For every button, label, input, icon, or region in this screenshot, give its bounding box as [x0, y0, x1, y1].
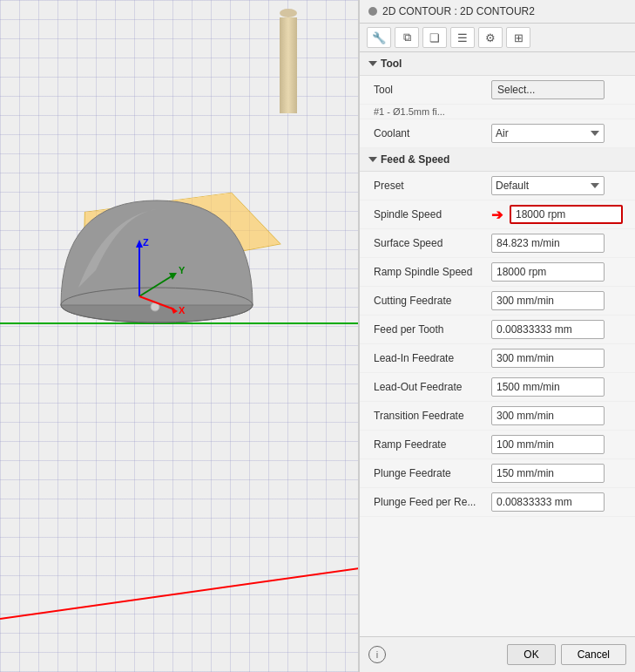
cutting-feedrate-row: Cutting Feedrate — [360, 287, 635, 316]
table-icon[interactable]: ☰ — [450, 27, 475, 48]
lead-in-feedrate-value — [491, 349, 626, 368]
svg-line-9 — [139, 296, 174, 309]
dialog-title: 2D CONTOUR : 2D CONTOUR2 — [382, 5, 535, 17]
ok-button[interactable]: OK — [507, 644, 555, 665]
grid-icon[interactable]: ⊞ — [506, 27, 530, 48]
lead-in-feedrate-label: Lead-In Feedrate — [374, 352, 491, 364]
collapse-feed-icon[interactable] — [368, 157, 377, 162]
lead-out-feedrate-value — [491, 377, 626, 397]
coolant-value: Air Flood Mist None — [491, 124, 626, 143]
lead-in-feedrate-row: Lead-In Feedrate — [360, 344, 635, 373]
transition-feedrate-row: Transition Feedrate — [360, 402, 635, 431]
info-symbol: i — [376, 649, 378, 660]
preset-value: Default Custom — [491, 176, 626, 195]
plunge-feedrate-value — [491, 464, 626, 483]
spindle-speed-input[interactable] — [510, 205, 623, 224]
toolbar: 🔧 ⧉ ❏ ☰ ⚙ ⊞ — [360, 24, 635, 52]
coolant-select[interactable]: Air Flood Mist None — [491, 124, 605, 143]
svg-marker-4 — [136, 240, 143, 248]
ramp-spindle-speed-input[interactable] — [491, 262, 605, 282]
ramp-feedrate-value — [491, 435, 626, 454]
coolant-label: Coolant — [374, 127, 491, 139]
tool-section-header: Tool — [360, 52, 635, 76]
preset-select[interactable]: Default Custom — [491, 176, 605, 195]
feed-per-tooth-row: Feed per Tooth — [360, 316, 635, 344]
ramp-spindle-speed-label: Ramp Spindle Speed — [374, 266, 491, 278]
coolant-row: Coolant Air Flood Mist None — [360, 119, 635, 148]
cutting-feedrate-value — [491, 291, 626, 310]
axis-widget: Z Y X — [105, 235, 192, 322]
viewport: Z Y X — [0, 0, 359, 672]
lead-in-feedrate-input[interactable] — [491, 349, 605, 368]
copy-icon[interactable]: ❏ — [422, 27, 447, 48]
plunge-feedrate-label: Plunge Feedrate — [374, 467, 491, 479]
surface-speed-label: Surface Speed — [374, 237, 491, 249]
title-dot — [368, 7, 377, 16]
cylinder-body — [280, 17, 297, 113]
svg-text:X: X — [179, 305, 186, 316]
layers-icon[interactable]: ⧉ — [395, 27, 419, 48]
tool-label: Tool — [374, 84, 491, 96]
feed-per-tooth-label: Feed per Tooth — [374, 323, 491, 336]
lead-out-feedrate-input[interactable] — [491, 377, 605, 397]
cancel-button[interactable]: Cancel — [561, 644, 626, 665]
plunge-feed-per-re-label: Plunge Feed per Re... — [374, 496, 491, 508]
transition-feedrate-label: Transition Feedrate — [374, 410, 491, 422]
tool-section-label: Tool — [381, 58, 402, 70]
svg-text:Z: Z — [143, 237, 149, 248]
ramp-feedrate-input[interactable] — [491, 435, 605, 454]
cylinder-post — [280, 9, 297, 113]
lead-out-feedrate-label: Lead-Out Feedrate — [374, 381, 491, 393]
tool-row: Tool Select... — [360, 76, 635, 105]
wrench-icon[interactable]: 🔧 — [367, 27, 391, 48]
surface-speed-value — [491, 234, 626, 253]
scene-container: Z Y X — [35, 122, 331, 366]
feed-per-tooth-input[interactable] — [491, 320, 605, 339]
cutting-feedrate-input[interactable] — [491, 291, 605, 310]
right-panel: 2D CONTOUR : 2D CONTOUR2 🔧 ⧉ ❏ ☰ ⚙ ⊞ Too… — [359, 0, 635, 672]
ramp-spindle-speed-value — [491, 262, 626, 282]
ramp-feedrate-row: Ramp Feedrate — [360, 431, 635, 459]
feed-speed-section-header: Feed & Speed — [360, 148, 635, 172]
spindle-speed-arrow: ➔ — [491, 207, 503, 223]
transition-feedrate-value — [491, 406, 626, 425]
tool-value: Select... — [491, 80, 626, 99]
svg-marker-10 — [171, 307, 178, 314]
spindle-speed-row: Spindle Speed ➔ — [360, 200, 635, 229]
spindle-speed-value: ➔ — [491, 205, 626, 224]
button-group: OK Cancel — [507, 644, 626, 665]
settings-icon[interactable]: ⚙ — [478, 27, 503, 48]
plunge-feed-per-re-input[interactable] — [491, 492, 605, 512]
collapse-tool-icon[interactable] — [368, 61, 377, 66]
svg-line-6 — [139, 275, 174, 296]
feed-speed-section-label: Feed & Speed — [381, 153, 449, 166]
lead-out-feedrate-row: Lead-Out Feedrate — [360, 373, 635, 402]
cylinder-top — [280, 9, 297, 17]
svg-text:Y: Y — [179, 265, 186, 275]
plunge-feed-per-re-row: Plunge Feed per Re... — [360, 488, 635, 517]
spindle-speed-label: Spindle Speed — [374, 208, 491, 221]
info-icon[interactable]: i — [368, 646, 386, 663]
preset-label: Preset — [374, 180, 491, 192]
plunge-feedrate-input[interactable] — [491, 464, 605, 483]
surface-speed-row: Surface Speed — [360, 229, 635, 258]
plunge-feed-per-re-value — [491, 492, 626, 512]
title-bar: 2D CONTOUR : 2D CONTOUR2 — [360, 0, 635, 24]
transition-feedrate-input[interactable] — [491, 406, 605, 425]
select-tool-button[interactable]: Select... — [491, 80, 605, 99]
ramp-feedrate-label: Ramp Feedrate — [374, 438, 491, 451]
ramp-spindle-speed-row: Ramp Spindle Speed — [360, 258, 635, 287]
feed-per-tooth-value — [491, 320, 626, 339]
content-area: Tool Tool Select... #1 - Ø1.5mm fi... Co… — [360, 52, 635, 636]
preset-row: Preset Default Custom — [360, 172, 635, 200]
tool-info-text: #1 - Ø1.5mm fi... — [360, 105, 635, 119]
bottom-bar: i OK Cancel — [360, 636, 635, 672]
plunge-feedrate-row: Plunge Feedrate — [360, 459, 635, 488]
surface-speed-input[interactable] — [491, 234, 605, 253]
cutting-feedrate-label: Cutting Feedrate — [374, 295, 491, 307]
